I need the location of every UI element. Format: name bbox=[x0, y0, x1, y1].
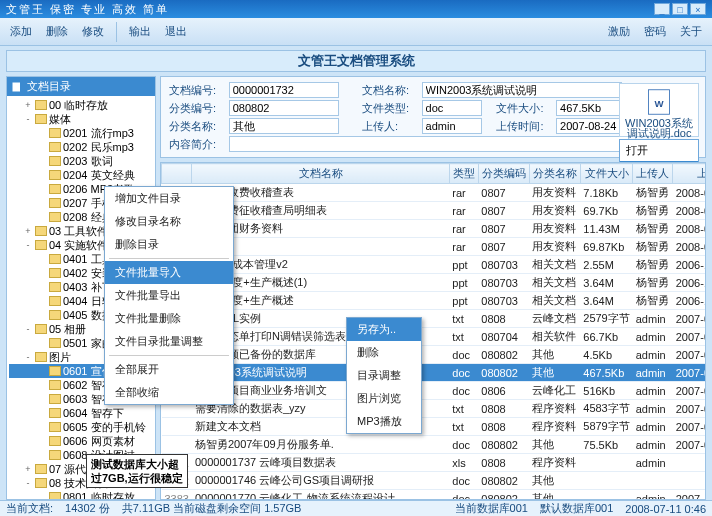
tree-node[interactable]: 0604 智存下 bbox=[9, 406, 155, 420]
close-button[interactable]: × bbox=[690, 3, 706, 15]
tree-node[interactable]: 0605 变的手机铃 bbox=[9, 420, 155, 434]
tree-node[interactable]: 0606 网页素材 bbox=[9, 434, 155, 448]
table-row[interactable]: 33620000001746 云峰公司GS项目调研报doc080802其他 bbox=[162, 472, 707, 490]
doc-preview-chip[interactable]: W WIN2003系统调试说明.doc bbox=[619, 83, 699, 137]
tb-password[interactable]: 密码 bbox=[638, 21, 672, 42]
ctx-item[interactable]: MP3播放 bbox=[347, 410, 421, 433]
window-buttons: _ □ × bbox=[654, 3, 706, 15]
file-grid[interactable]: 文档名称类型分类编码分类名称文件大小上传人上传时间更改人过通规收费收稽查表rar… bbox=[160, 162, 706, 500]
ctx-item[interactable]: 全部收缩 bbox=[105, 381, 233, 404]
status-disk: 共7.11GB 当前磁盘剩余空间 1.57GB bbox=[122, 501, 302, 516]
tree-node[interactable]: +00 临时存放 bbox=[9, 98, 155, 112]
lbl-doc-name: 文档名称: bbox=[360, 81, 420, 99]
grid-col-header[interactable]: 分类名称 bbox=[529, 164, 580, 184]
table-row[interactable]: 860N调度+生产概述(1)ppt080703相关文档3.64M杨智勇2006-… bbox=[162, 274, 707, 292]
ctx-item[interactable]: 删除目录 bbox=[105, 233, 233, 256]
grid-col-header[interactable] bbox=[162, 164, 192, 184]
table-row[interactable]: 860N调度+生产概述ppt080703相关文档3.64M杨智勇2006-11-… bbox=[162, 292, 707, 310]
table-row[interactable]: 控制巨额已备份的数据库doc080802其他4.5Kbadmin2007-08-… bbox=[162, 346, 707, 364]
minimize-button[interactable]: _ bbox=[654, 3, 670, 15]
lbl-uploader: 上传人: bbox=[360, 117, 420, 135]
ctx-item[interactable]: 文件批量删除 bbox=[105, 307, 233, 330]
tb-exit[interactable]: 退出 bbox=[159, 21, 193, 42]
word-doc-icon: W bbox=[645, 88, 673, 116]
status-db-current: 当前数据库001 bbox=[455, 501, 528, 516]
svg-text:W: W bbox=[654, 98, 664, 109]
table-row[interactable]: 过通规费征收稽查局明细表rar0807用友资料69.7Kb杨智勇2008-07-… bbox=[162, 202, 707, 220]
statusbar: 当前文档: 14302 份 共7.11GB 当前磁盘剩余空间 1.57GB 当前… bbox=[0, 500, 712, 516]
input-cat-name[interactable] bbox=[229, 118, 339, 134]
tb-export[interactable]: 输出 bbox=[123, 21, 157, 42]
tb-about[interactable]: 关于 bbox=[674, 21, 708, 42]
ctx-item[interactable]: 全部展开 bbox=[105, 358, 233, 381]
tree-node[interactable]: 0801 临时存放 bbox=[9, 490, 155, 500]
menu-open[interactable]: 打开 bbox=[620, 140, 698, 161]
tb-edit[interactable]: 修改 bbox=[76, 21, 110, 42]
detail-form: 文档编号: 文档名称: 分类编号: 文件类型: 文件大小: 分类名称: 上传 bbox=[160, 76, 706, 158]
titlebar: 文管王 保密 专业 高效 简单 _ □ × bbox=[0, 0, 712, 18]
grid-col-header[interactable]: 上传时间 bbox=[673, 164, 706, 184]
table-row[interactable]: 异常状态单打印N调错误筛选表txt080704相关软件66.7Kbadmin20… bbox=[162, 328, 707, 346]
doc-chip-label: WIN2003系统调试说明.doc bbox=[620, 118, 698, 138]
table-row[interactable]: B61rar0807用友资料69.87Kb杨智勇2008-07-03 02:04 bbox=[162, 238, 707, 256]
table-row[interactable]: 连接SQL实例txt0808云峰文档2579字节admin2007-08-20 … bbox=[162, 310, 707, 328]
input-file-type[interactable] bbox=[422, 100, 482, 116]
maximize-button[interactable]: □ bbox=[672, 3, 688, 15]
status-doc-count: 14302 份 bbox=[65, 501, 110, 516]
tb-add[interactable]: 添加 bbox=[4, 21, 38, 42]
tree-node[interactable]: 0202 民乐mp3 bbox=[9, 140, 155, 154]
grid-col-header[interactable]: 文档名称 bbox=[192, 164, 449, 184]
input-uploader[interactable] bbox=[422, 118, 482, 134]
status-db-default: 默认数据库001 bbox=[540, 501, 613, 516]
overlay-line1: 测试数据库大小超 bbox=[91, 457, 183, 471]
input-cat-no[interactable] bbox=[229, 100, 339, 116]
overlay-line2: 过7GB,运行很稳定 bbox=[91, 471, 183, 485]
toolbar: 添加 删除 修改 输出 退出 激励 密码 关于 bbox=[0, 18, 712, 46]
ctx-item[interactable]: 目录调整 bbox=[347, 364, 421, 387]
grid-col-header[interactable]: 上传人 bbox=[633, 164, 673, 184]
lbl-desc: 内容简介: bbox=[167, 135, 227, 153]
input-doc-no[interactable] bbox=[229, 82, 339, 98]
grid-col-header[interactable]: 分类编码 bbox=[478, 164, 529, 184]
tb-reward[interactable]: 激励 bbox=[602, 21, 636, 42]
tree-node[interactable]: 0203 歌词 bbox=[9, 154, 155, 168]
table-row[interactable]: 33830000001770 云峰化工-物流系统流程设计doc080802其他a… bbox=[162, 490, 707, 501]
ctx-item[interactable]: 另存为.. bbox=[347, 318, 421, 341]
table-row[interactable]: 860N调成本管理v2ppt080703相关文档2.55M杨智勇2006-11-… bbox=[162, 256, 707, 274]
ctx-item[interactable]: 增加文件目录 bbox=[105, 187, 233, 210]
grid-col-header[interactable]: 文件大小 bbox=[580, 164, 632, 184]
sidebar-title: 文档目录 bbox=[27, 79, 71, 94]
ctx-item[interactable]: 文件目录批量调整 bbox=[105, 330, 233, 353]
table-row[interactable]: 需要清除的数据表_yzytxt0808程序资料4583字节admin2007-0… bbox=[162, 400, 707, 418]
ctx-item[interactable]: 删除 bbox=[347, 341, 421, 364]
tree-context-menu: 增加文件目录修改目录名称删除目录文件批量导入文件批量导出文件批量删除文件目录批量… bbox=[104, 186, 234, 405]
lbl-doc-no: 文档编号: bbox=[167, 81, 227, 99]
tree-node[interactable]: -媒体 bbox=[9, 112, 155, 126]
input-doc-name[interactable] bbox=[422, 82, 622, 98]
table-row[interactable]: 过通规收费收稽查表rar0807用友资料7.18Kb杨智勇2008-07-03 … bbox=[162, 184, 707, 202]
tree-node[interactable]: 0201 流行mp3 bbox=[9, 126, 155, 140]
grid-col-header[interactable]: 类型 bbox=[449, 164, 478, 184]
sidebar-header: 文档目录 bbox=[7, 77, 155, 96]
table-row[interactable]: 新建文本文档txt0808程序资料5879字节admin2007-09-30 0… bbox=[162, 418, 707, 436]
ctx-item[interactable]: 文件批量导入 bbox=[105, 261, 233, 284]
lbl-file-size: 文件大小: bbox=[494, 99, 554, 117]
table-row[interactable]: 云峰一项目商业业务培训文doc0806云峰化工516Kbadmin2007-09… bbox=[162, 382, 707, 400]
tree-node[interactable]: 0204 英文经典 bbox=[9, 168, 155, 182]
ctx-item[interactable]: 文件批量导出 bbox=[105, 284, 233, 307]
lbl-uptime: 上传时间: bbox=[494, 117, 554, 135]
ctx-item[interactable]: 图片浏览 bbox=[347, 387, 421, 410]
grid-context-menu: 另存为..删除目录调整图片浏览MP3播放 bbox=[346, 317, 422, 434]
book-icon bbox=[11, 81, 23, 93]
input-desc[interactable] bbox=[229, 136, 629, 152]
lbl-cat-name: 分类名称: bbox=[167, 117, 227, 135]
ctx-item[interactable]: 修改目录名称 bbox=[105, 210, 233, 233]
table-row[interactable]: WIN2003系统调试说明doc080802其他467.5Kbadmin2007… bbox=[162, 364, 707, 382]
table-row[interactable]: 33510000001737 云峰项目数据表xls0808程序资料admin bbox=[162, 454, 707, 472]
header-title: 文管王文档管理系统 bbox=[6, 50, 706, 72]
table-row[interactable]: 杨智勇2007年09月份服务单.doc080802其他75.5Kbadmin20… bbox=[162, 436, 707, 454]
table-row[interactable]: 用友集团财务资料rar0807用友资料11.43M杨智勇2008-07-03 0… bbox=[162, 220, 707, 238]
tb-delete[interactable]: 删除 bbox=[40, 21, 74, 42]
overlay-note: 测试数据库大小超 过7GB,运行很稳定 bbox=[86, 454, 188, 488]
status-datetime: 2008-07-11 0:46 bbox=[625, 503, 706, 515]
